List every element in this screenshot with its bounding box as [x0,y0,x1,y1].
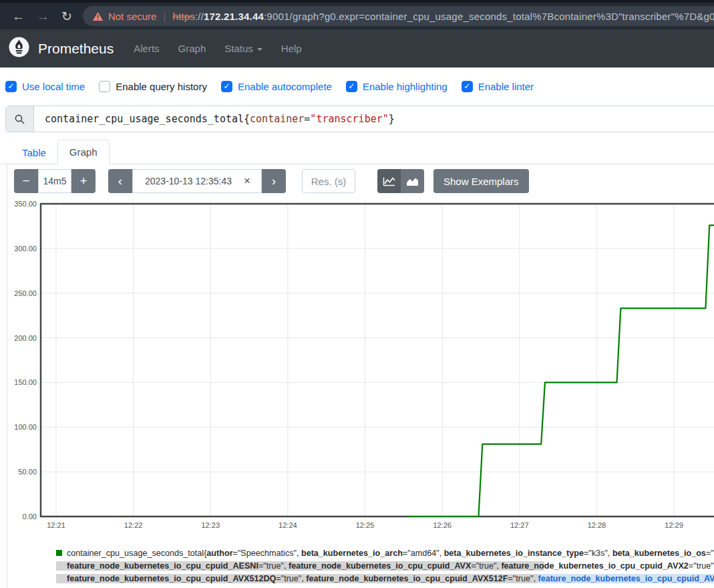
stacked-chart-icon [406,176,419,186]
datetime-input[interactable]: 2023-10-13 12:35:43 × [132,169,262,193]
checkbox-enable-query-history[interactable]: Enable query history [99,81,207,92]
legend-text: author [206,549,232,558]
legend-text: feature_node_kubernetes_io_cpu_cpuid_AVX… [538,574,714,583]
nav-item-alerts[interactable]: Alerts [124,37,168,59]
y-tick-label: 200.00 [14,334,37,342]
legend-line[interactable]: feature_node_kubernetes_io_cpu_cpuid_AVX… [56,573,714,585]
legend-text: ="true", [508,574,538,583]
y-tick-label: 150.00 [14,378,37,386]
checkbox-enable-highlighting[interactable]: ✓Enable highlighting [346,81,448,92]
x-tick-label: 12:29 [665,521,683,529]
legend-text: ="Speechmatics", [233,549,301,558]
datetime-value: 2023-10-13 12:35:43 [133,176,244,186]
legend-text: ="true", [689,561,714,571]
legend-text: ="amd64", [403,549,444,558]
y-tick-label: 300.00 [14,245,37,253]
options-row: ✓Use local timeEnable query history✓Enab… [0,67,714,105]
checkbox-label: Enable linter [478,81,534,92]
legend-text: beta_kubernetes_io_os [612,549,706,558]
next-time-button[interactable]: › [262,169,286,193]
clear-datetime-icon[interactable]: × [244,174,261,188]
prometheus-navbar: Prometheus AlertsGraphStatusHelp [0,29,714,67]
browser-reload-button[interactable]: ↻ [61,10,72,23]
legend-text: ="true", [471,561,501,571]
browser-chrome: ← → ↻ Not secure | https://172.21.34.44:… [0,0,714,29]
checkbox-checked-icon: ✓ [221,81,232,92]
url-text: https://172.21.34.44:9001/graph?g0.expr=… [172,11,714,22]
query-open-brace: { [244,113,250,125]
y-tick-label: 0.00 [23,512,37,521]
show-exemplars-button[interactable]: Show Exemplars [433,169,529,193]
checkbox-label: Enable query history [116,81,207,92]
url-divider: | [163,11,166,22]
nav-item-status[interactable]: Status [215,37,272,59]
legend-text: feature_node_kubernetes_io_cpu_cpuid_AVX… [67,574,276,583]
legend-text: beta_kubernetes_io_arch [301,549,403,558]
y-tick-label: 50.00 [18,468,37,476]
graph-controls: − 14m5 + ‹ 2023-10-13 12:35:43 × › Show … [0,169,714,193]
query-label-name: container [250,113,304,125]
y-tick-label: 250.00 [14,289,37,297]
checkbox-label: Enable highlighting [363,81,448,92]
checkbox-checked-icon: ✓ [5,81,17,92]
checkbox-use-local-time[interactable]: ✓Use local time [5,81,85,92]
x-tick-label: 12:22 [124,521,143,529]
browser-back-button[interactable]: ← [12,10,25,23]
tab-table[interactable]: Table [11,141,57,164]
chevron-down-icon [257,48,262,51]
stacked-chart-toggle-button[interactable] [401,169,424,193]
query-close-brace: } [389,113,395,125]
search-icon [6,106,34,132]
checkbox-unchecked-icon [99,81,110,92]
legend-text: feature_no [501,561,544,571]
x-tick-label: 12:24 [279,521,297,529]
resolution-input[interactable] [302,169,355,193]
nav-item-graph[interactable]: Graph [169,37,216,59]
legend-text: ="true", [258,561,289,571]
legend-swatch-icon [56,550,62,556]
x-tick-label: 12:27 [510,521,529,529]
x-tick-label: 12:21 [47,521,65,529]
decrease-duration-button[interactable]: − [14,169,38,193]
tab-graph[interactable]: Graph [57,140,110,164]
nav-item-help[interactable]: Help [272,37,311,59]
not-secure-warning-icon [92,11,104,21]
previous-time-button[interactable]: ‹ [108,169,132,193]
query-label-value: "transcriber" [310,113,388,125]
legend-line[interactable]: container_cpu_usage_seconds_total{author… [56,547,714,560]
legend-text: feature_node_kubernetes_io_cpu_cpuid_AVX [289,561,471,571]
legend-line[interactable]: feature_node_kubernetes_io_cpu_cpuid_AES… [56,560,714,573]
line-chart-toggle-button[interactable] [377,169,401,193]
checkbox-enable-autocomplete[interactable]: ✓Enable autocomplete [221,81,332,92]
legend-text: feature_node_kubernetes_io_cpu_cpuid_AES… [67,561,258,571]
brand-title: Prometheus [38,41,114,57]
graph-canvas[interactable]: 12:2112:2212:2312:2412:2512:2612:2712:28… [0,197,714,538]
nav-links: AlertsGraphStatusHelp [124,37,311,59]
query-equals: = [304,113,310,125]
url-scheme: https [172,11,195,22]
checkbox-label: Use local time [22,81,85,92]
query-metric-name: container_cpu_usage_seconds_total [45,113,244,125]
graph-legend: container_cpu_usage_seconds_total{author… [56,547,714,585]
plot-border [41,204,714,517]
legend-text: ="true", [276,574,306,583]
browser-address-bar[interactable]: Not secure | https://172.21.34.44:9001/g… [83,6,714,26]
duration-input[interactable]: 14m5 [38,169,71,193]
checkbox-enable-linter[interactable]: ✓Enable linter [462,81,534,92]
x-tick-label: 12:23 [201,521,220,529]
checkbox-label: Enable autocomplete [238,81,332,92]
series-line [409,225,714,517]
x-tick-label: 12:25 [356,521,375,529]
increase-duration-button[interactable]: + [71,169,96,193]
url-scheme-separator: :// [195,11,204,22]
expression-input[interactable]: container_cpu_usage_seconds_total{contai… [34,106,714,132]
prometheus-logo-icon [9,37,29,60]
legend-text: beta_kubernetes_io_instance_type [444,549,584,558]
x-tick-label: 12:26 [433,521,452,529]
line-chart-icon [383,176,395,186]
y-tick-label: 350.00 [14,200,37,208]
x-tick-label: 12:28 [588,521,606,529]
browser-forward-button[interactable]: → [37,10,49,23]
panel-tabs: Table Graph [0,138,714,164]
legend-text: container_cpu_usage_seconds_total{ [67,549,206,558]
